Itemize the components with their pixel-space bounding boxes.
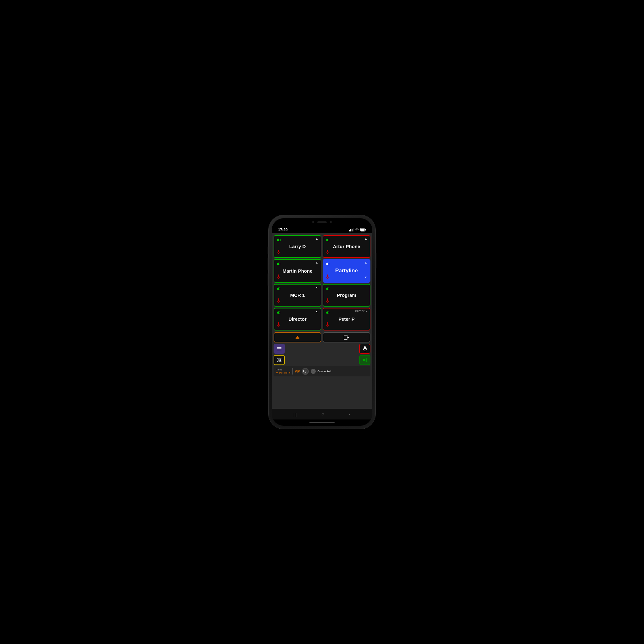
mic-icon-mcr <box>277 298 280 304</box>
channel-director[interactable]: ▲ Director <box>274 308 321 330</box>
speaker-icon-mcr <box>277 286 281 292</box>
phone-screen: 17:29 <box>272 218 372 426</box>
controls-row-2 <box>274 344 370 354</box>
app-content: ▲ Larry D <box>272 233 372 409</box>
svg-rect-0 <box>349 230 350 231</box>
battery-icon <box>360 228 366 232</box>
front-camera <box>312 221 314 223</box>
volume-button[interactable] <box>359 355 370 365</box>
channel-name-peter: Peter P <box>326 316 367 322</box>
controls-section <box>274 332 370 365</box>
svg-rect-16 <box>278 275 279 277</box>
logout-button[interactable] <box>323 332 370 342</box>
controls-row-1 <box>274 332 370 342</box>
arrow-up-mcr: ▲ <box>315 286 318 289</box>
vol-up-button <box>268 258 269 270</box>
speaker-icon-peter <box>326 310 330 316</box>
phone-device: 17:29 <box>269 215 375 429</box>
controls-row-3 <box>274 355 370 365</box>
channel-name-partyline: Partyline <box>326 268 367 274</box>
menu-button[interactable] <box>274 344 285 354</box>
bottom-bar <box>272 419 372 426</box>
mic-button[interactable] <box>359 344 370 354</box>
scroll-up-button[interactable] <box>274 332 321 342</box>
mic-icon-artur <box>326 250 329 255</box>
channel-larry-d[interactable]: ▲ Larry D <box>274 235 321 258</box>
signal-icon <box>349 228 353 232</box>
speaker-icon-larry <box>277 237 281 243</box>
channel-artur-phone[interactable]: ▲ Artur Phone <box>323 235 370 258</box>
status-time: 17:29 <box>278 228 288 232</box>
menu-icon[interactable]: ||| <box>293 412 297 417</box>
svg-marker-55 <box>363 358 365 362</box>
channel-name-larry: Larry D <box>277 244 318 249</box>
svg-rect-1 <box>350 229 351 231</box>
svg-rect-24 <box>278 298 279 301</box>
channel-peter-p[interactable]: 1/4 PREV ▲ Peter P <box>323 308 370 330</box>
svg-marker-39 <box>295 336 300 339</box>
channel-partyline[interactable]: ▲ Partyline ▼ <box>323 259 370 283</box>
svg-point-52 <box>280 359 281 361</box>
silent-button <box>268 247 269 254</box>
wifi-icon <box>355 228 359 232</box>
svg-rect-40 <box>344 335 347 340</box>
home-pill <box>309 422 335 423</box>
speaker-icon-artur <box>326 237 330 243</box>
arrow-up-larry: ▲ <box>315 237 318 240</box>
svg-marker-19 <box>326 262 328 266</box>
channel-name-mcr: MCR 1 <box>277 292 318 298</box>
power-button <box>375 253 376 269</box>
arrow-up-artur: ▲ <box>364 237 367 240</box>
vol-down-button <box>268 273 269 286</box>
arrow-up-partyline: ▲ <box>364 261 367 264</box>
settings-button[interactable] <box>274 355 285 365</box>
svg-point-50 <box>278 358 279 359</box>
info-icon-btn[interactable]: i <box>311 369 316 374</box>
channel-martin-phone[interactable]: ▲ Martin Phone <box>274 259 321 283</box>
svg-rect-36 <box>327 322 328 325</box>
speaker-grille <box>317 221 327 223</box>
channels-grid: ▲ Larry D <box>274 235 370 330</box>
vip-badge: VIP <box>295 370 300 373</box>
speaker-icon-program <box>326 286 330 292</box>
mic-icon-program <box>326 298 329 304</box>
mic-icon-martin <box>277 275 280 280</box>
logo-telos-text: Telos <box>276 369 291 371</box>
channel-name-martin: Martin Phone <box>277 268 318 274</box>
svg-marker-35 <box>326 311 328 314</box>
notch-area <box>272 218 372 226</box>
spacer-1 <box>286 344 358 354</box>
home-icon[interactable]: ○ <box>321 411 325 417</box>
svg-marker-11 <box>326 238 328 242</box>
svg-marker-27 <box>326 287 328 291</box>
channel-mcr-1[interactable]: ▲ MCR 1 <box>274 284 321 307</box>
arrow-down-partyline: ▼ <box>364 276 367 279</box>
svg-marker-31 <box>277 311 279 314</box>
logo-infinity-text: ∞ INFINITY <box>276 371 291 374</box>
back-icon[interactable]: ‹ <box>349 411 351 417</box>
notch <box>309 220 335 224</box>
svg-rect-6 <box>361 228 365 231</box>
channel-name-director: Director <box>277 316 318 322</box>
speaker-icon-partyline <box>326 261 330 267</box>
svg-rect-46 <box>364 346 366 349</box>
svg-rect-8 <box>278 250 279 252</box>
mic-icon-larry <box>277 250 280 255</box>
arrow-up-martin: ▲ <box>315 261 318 264</box>
channel-program[interactable]: Program <box>323 284 370 307</box>
svg-rect-5 <box>365 229 366 230</box>
mic-icon-director <box>277 322 280 328</box>
monitor-icon-btn[interactable] <box>302 368 309 375</box>
speaker-icon-director <box>277 310 281 316</box>
svg-marker-42 <box>348 336 349 338</box>
nav-bar: ||| ○ ‹ <box>272 409 372 419</box>
arrow-up-director: ▲ <box>315 310 318 313</box>
svg-marker-23 <box>277 287 279 291</box>
channel-name-artur: Artur Phone <box>326 244 367 249</box>
prev-label: 1/4 PREV ▲ <box>355 310 367 312</box>
footer-divider <box>292 368 293 375</box>
spacer-2 <box>286 355 358 365</box>
footer-bar: Telos ∞ INFINITY VIP i Connected <box>274 366 370 376</box>
svg-rect-28 <box>327 298 328 301</box>
connected-text: Connected <box>318 370 331 373</box>
